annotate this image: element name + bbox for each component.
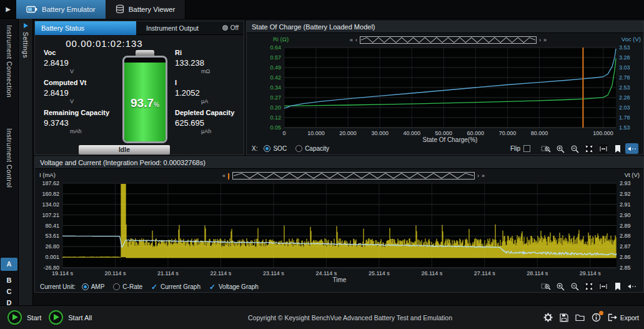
- instrument-output-label: Instrument Output: [146, 24, 199, 32]
- sidebar-item-instrument-connection[interactable]: Instrument Connection: [6, 25, 13, 98]
- svg-text:0.20: 0.20: [270, 104, 281, 111]
- svg-text:0.49: 0.49: [270, 64, 281, 71]
- flip-label: Flip: [510, 145, 520, 152]
- battery-status-tab[interactable]: Battery Status: [35, 21, 136, 35]
- zoom-in-icon[interactable]: [553, 281, 567, 292]
- radio-soc[interactable]: SOC: [264, 145, 287, 152]
- metric-current: I 1.2052 µA: [175, 79, 244, 104]
- tab-battery-emulator[interactable]: Battery Emulator: [16, 0, 106, 19]
- channel-a-button[interactable]: A: [1, 258, 17, 271]
- voltage-current-panel: Voltage and Current (Integration Period:…: [34, 156, 644, 293]
- svg-text:0.34: 0.34: [270, 84, 281, 91]
- voltage-graph-checkbox[interactable]: Voltage Graph: [209, 283, 259, 290]
- soc-chart[interactable]: 0.643.530.573.280.493.030.422.780.342.53…: [247, 34, 644, 145]
- play-icon: [7, 310, 22, 325]
- zoom-out-icon[interactable]: [568, 281, 581, 292]
- tab-battery-viewer[interactable]: Battery Viewer: [106, 0, 186, 19]
- zoom-region-icon[interactable]: [539, 281, 552, 292]
- info-icon[interactable]: [592, 313, 601, 322]
- settings-tab[interactable]: Settings: [22, 32, 29, 58]
- svg-text:1.53: 1.53: [619, 124, 630, 131]
- radio-amp[interactable]: AMP: [82, 283, 105, 290]
- pan-icon[interactable]: [582, 143, 595, 154]
- svg-text:I (mA): I (mA): [39, 171, 56, 178]
- notification-badge: [599, 311, 603, 315]
- scroll-right-fast-icon[interactable]: »: [482, 173, 485, 179]
- metric-value: 2.8419: [44, 88, 112, 98]
- svg-text:2.87: 2.87: [620, 243, 631, 250]
- metric-depleted-capacity: Depleted Capacity 625.695 µAh: [175, 109, 244, 134]
- radio-c-rate[interactable]: C-Rate: [113, 283, 142, 290]
- vi-panel-title: Voltage and Current (Integration Period:…: [35, 157, 643, 169]
- soc-panel-title: State Of Charge (Battery Loaded Model): [247, 21, 643, 33]
- svg-text:0.05: 0.05: [270, 124, 281, 131]
- expand-window-arrow-icon[interactable]: ▶: [0, 6, 16, 13]
- zoom-out-icon[interactable]: [568, 143, 581, 154]
- export-button[interactable]: Export: [608, 313, 639, 321]
- battery-status-panel: Battery Status Instrument Output Off 00.…: [34, 21, 244, 155]
- radio-label: SOC: [273, 145, 287, 152]
- save-icon[interactable]: [560, 313, 568, 322]
- scroll-right-fast-icon[interactable]: »: [543, 37, 547, 43]
- svg-text:2.92: 2.92: [620, 191, 631, 197]
- scroll-left-icon[interactable]: ‹: [355, 37, 357, 43]
- expand-settings-arrow-icon[interactable]: [24, 23, 28, 28]
- metric-unit: µAh: [201, 128, 244, 134]
- overview-window[interactable]: [232, 172, 475, 180]
- gear-icon[interactable]: [543, 313, 553, 322]
- scroll-right-icon[interactable]: ›: [539, 37, 541, 43]
- tab-label: Battery Emulator: [42, 6, 96, 13]
- svg-text:40.000: 40.000: [403, 130, 420, 136]
- scroll-left-fast-icon[interactable]: «: [222, 173, 225, 179]
- radio-label: AMP: [91, 283, 105, 290]
- metric-ri: Ri 133.238 mΩ: [175, 49, 244, 74]
- status-bar: Start Start All Copyright © Keysight Ben…: [0, 305, 644, 329]
- svg-text:107.21: 107.21: [42, 212, 59, 218]
- marker-icon[interactable]: [611, 281, 624, 292]
- state-of-charge-panel: State Of Charge (Battery Loaded Model) 0…: [246, 21, 644, 155]
- metric-unit: V: [70, 98, 112, 104]
- battery-viewer-icon: [116, 4, 124, 14]
- metric-label: Computed Vt: [44, 79, 112, 86]
- fit-width-icon[interactable]: [597, 143, 610, 154]
- svg-text:0.64: 0.64: [270, 44, 281, 51]
- svg-text:80.000: 80.000: [531, 130, 548, 136]
- metric-remaining-capacity: Remaining Capacity 9.3743 mAh: [44, 109, 112, 134]
- vi-chart[interactable]: 187.622.93160.822.92134.022.91107.212.90…: [35, 170, 644, 282]
- sidebar-item-instrument-control[interactable]: Instrument Control: [6, 128, 13, 188]
- svg-text:2.90: 2.90: [620, 212, 631, 218]
- metric-label: Remaining Capacity: [44, 109, 112, 116]
- current-graph-checkbox[interactable]: Current Graph: [151, 283, 201, 290]
- folder-icon[interactable]: [575, 314, 585, 321]
- flip-checkbox[interactable]: Flip: [510, 145, 533, 152]
- svg-text:27.114 s: 27.114 s: [474, 270, 495, 276]
- svg-text:3.53: 3.53: [619, 44, 630, 51]
- metric-unit: mΩ: [201, 68, 244, 74]
- track-icon[interactable]: [625, 143, 638, 154]
- scroll-right-icon[interactable]: ›: [477, 173, 479, 179]
- start-button[interactable]: Start: [7, 310, 41, 325]
- zoom-region-icon[interactable]: [539, 143, 552, 154]
- pan-icon[interactable]: [582, 281, 595, 292]
- soc-overview-scrollbar[interactable]: « ‹ › »: [350, 36, 547, 44]
- battery-percent: 93.7%: [124, 96, 166, 110]
- radio-capacity[interactable]: Capacity: [295, 145, 329, 152]
- marker-icon[interactable]: [611, 143, 624, 154]
- fit-width-icon[interactable]: [597, 281, 610, 292]
- checkbox-label: Current Graph: [161, 283, 201, 290]
- vi-overview-scrollbar[interactable]: « ‹ › »: [222, 171, 485, 180]
- instrument-output-toggle[interactable]: Off: [222, 24, 239, 31]
- svg-text:80.41: 80.41: [45, 223, 59, 229]
- start-all-button[interactable]: Start All: [49, 310, 92, 325]
- battery-emulator-icon: [26, 6, 37, 13]
- overview-window[interactable]: [360, 36, 537, 44]
- svg-text:2.88: 2.88: [620, 233, 631, 239]
- metric-unit: mAh: [70, 128, 112, 134]
- scroll-left-fast-icon[interactable]: «: [350, 37, 353, 43]
- current-unit-label: Current Unit:: [40, 283, 76, 290]
- battery-body: 93.7%: [122, 56, 167, 143]
- track-icon[interactable]: [625, 281, 638, 292]
- svg-text:23.114 s: 23.114 s: [263, 270, 284, 276]
- zoom-in-icon[interactable]: [553, 143, 567, 154]
- metric-computed-vt: Computed Vt 2.8419 V: [44, 79, 112, 104]
